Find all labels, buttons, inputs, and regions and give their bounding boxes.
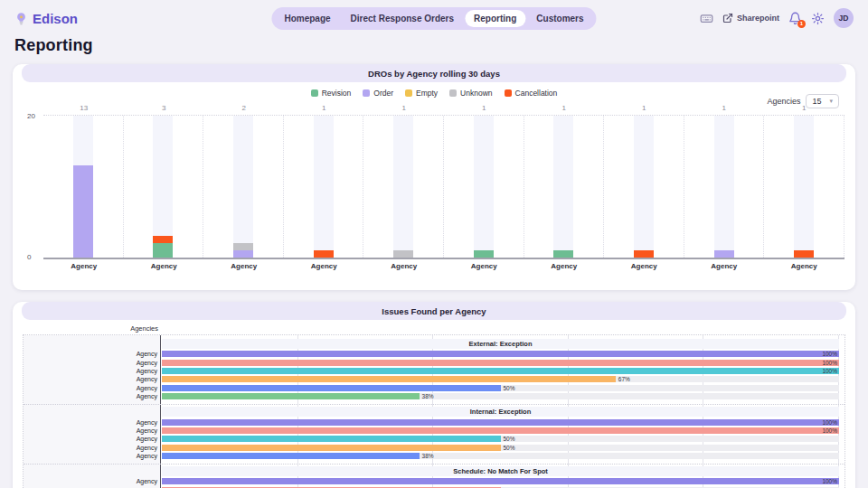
y-axis-tick-min: 0	[27, 253, 31, 261]
issue-row-label: Agency	[24, 436, 161, 442]
issue-bar-track: 100%	[162, 368, 839, 374]
x-axis-label: Agency	[605, 262, 685, 270]
issue-row: Agency38%	[24, 452, 844, 460]
bar-segment-cancellation	[314, 250, 334, 258]
bar-total-label: 13	[43, 104, 125, 115]
issue-bar-track: 100%	[162, 351, 839, 357]
bar-track	[553, 116, 573, 258]
legend-label: Order	[373, 89, 393, 98]
chevron-down-icon: ▾	[829, 98, 833, 105]
x-axis-labels: AgencyAgencyAgencyAgencyAgencyAgencyAgen…	[43, 259, 844, 273]
x-axis-label: Agency	[445, 262, 525, 270]
bar-column	[684, 116, 765, 258]
issue-bar	[162, 419, 839, 426]
legend-swatch	[405, 89, 412, 97]
bar-segment-cancellation	[153, 236, 173, 243]
bar-column	[764, 116, 844, 258]
legend-item-unknown[interactable]: Unknown	[449, 89, 492, 98]
bar-column	[124, 116, 204, 258]
legend-swatch	[311, 89, 318, 97]
issue-row-label: Agency	[24, 419, 161, 426]
user-avatar[interactable]: JD	[834, 8, 854, 28]
bar-segment-revision	[474, 250, 494, 258]
legend-item-revision[interactable]: Revision	[311, 89, 352, 98]
bar-column	[363, 116, 444, 258]
bar-total-label: 1	[524, 104, 605, 115]
bar-track	[73, 116, 93, 258]
issue-row-label: Agency	[24, 453, 161, 459]
x-axis-label: Agency	[43, 262, 125, 270]
tab-reporting[interactable]: Reporting	[465, 10, 525, 27]
legend-item-order[interactable]: Order	[363, 89, 393, 98]
issue-bar-percent: 100%	[822, 427, 837, 434]
notifications-bell-icon[interactable]: 1	[788, 12, 802, 25]
bar-column	[284, 116, 364, 258]
agencies-control: Agencies 15 ▾	[767, 94, 839, 108]
issue-group-header: Internal: Exception	[24, 405, 844, 418]
issue-bar	[162, 427, 839, 434]
bar-total-label: 1	[605, 104, 685, 115]
issue-bar-percent: 50%	[504, 385, 515, 391]
x-axis-label: Agency	[285, 262, 365, 270]
legend-item-empty[interactable]: Empty	[405, 89, 438, 98]
bar-segment-cancellation	[634, 250, 654, 258]
legend-item-cancellation[interactable]: Cancellation	[505, 89, 558, 98]
issue-row: Agency67%	[24, 375, 844, 383]
tab-customers[interactable]: Customers	[527, 10, 592, 27]
issue-group-header: Schedule: No Match For Spot	[24, 465, 844, 477]
bar-track	[634, 116, 654, 258]
bar-segment-order	[714, 250, 734, 258]
issue-group-header: External: Exception	[24, 337, 844, 350]
issue-bar-track: 50%	[162, 436, 839, 442]
bar-column	[524, 116, 605, 258]
issue-row-label: Agency	[24, 427, 161, 434]
bar-column	[43, 116, 124, 258]
issue-bar-percent: 38%	[422, 393, 434, 399]
issue-bar	[162, 376, 616, 382]
issue-bar-track: 100%	[162, 478, 839, 484]
issue-bar-percent: 50%	[504, 436, 515, 442]
bar-total-label: 1	[684, 104, 765, 115]
issue-bar-percent: 100%	[822, 368, 837, 374]
agencies-select-value: 15	[812, 97, 821, 106]
issues-bar-chart: External: ExceptionAgency100%Agency100%A…	[23, 334, 845, 488]
bar-segment-revision	[553, 250, 573, 258]
dro-chart-legend: RevisionOrderEmptyUnknownCancellation	[13, 85, 855, 101]
agencies-select[interactable]: 15 ▾	[806, 94, 839, 108]
tab-homepage[interactable]: Homepage	[275, 10, 339, 27]
issue-group-title: External: Exception	[162, 339, 839, 349]
legend-swatch	[505, 89, 512, 97]
issue-bar	[162, 393, 420, 399]
issue-bar-track: 50%	[162, 385, 839, 391]
bar-track	[393, 116, 413, 258]
issue-bar-percent: 38%	[422, 453, 434, 459]
bar-track	[314, 116, 334, 258]
bar-track	[233, 116, 253, 258]
settings-gear-icon[interactable]	[811, 12, 825, 25]
bar-plot-area: 20 0	[43, 115, 844, 259]
bar-column	[203, 116, 284, 258]
page-title: Reporting	[0, 36, 868, 55]
app-logo: Edison	[14, 11, 78, 26]
issue-bar	[162, 453, 420, 459]
x-axis-label: Agency	[524, 262, 605, 270]
tab-direct-response-orders[interactable]: Direct Response Orders	[342, 10, 464, 27]
issues-chart-title: Issues Found per Agency	[22, 302, 846, 320]
bar-track	[794, 116, 814, 258]
sharepoint-link[interactable]: Sharepoint	[722, 13, 779, 23]
bar-segment-cancellation	[794, 250, 814, 258]
issue-bar-percent: 100%	[822, 419, 837, 426]
agencies-axis-title: Agencies	[23, 324, 160, 334]
main-nav: HomepageDirect Response OrdersReportingC…	[271, 7, 596, 30]
dro-bar-chart: 13321111111 20 0 AgencyAgencyAgencyAgenc…	[43, 104, 844, 273]
legend-swatch	[449, 89, 457, 97]
keyboard-icon[interactable]	[700, 12, 713, 25]
bar-total-label: 1	[364, 104, 445, 115]
issue-bar-percent: 67%	[618, 376, 630, 382]
issue-group-title: Internal: Exception	[162, 407, 839, 417]
issue-bar-track: 38%	[162, 453, 839, 459]
app-name: Edison	[33, 11, 78, 26]
issue-row-label: Agency	[24, 478, 161, 484]
bar-total-label: 1	[445, 104, 525, 115]
legend-label: Unknown	[460, 89, 492, 98]
